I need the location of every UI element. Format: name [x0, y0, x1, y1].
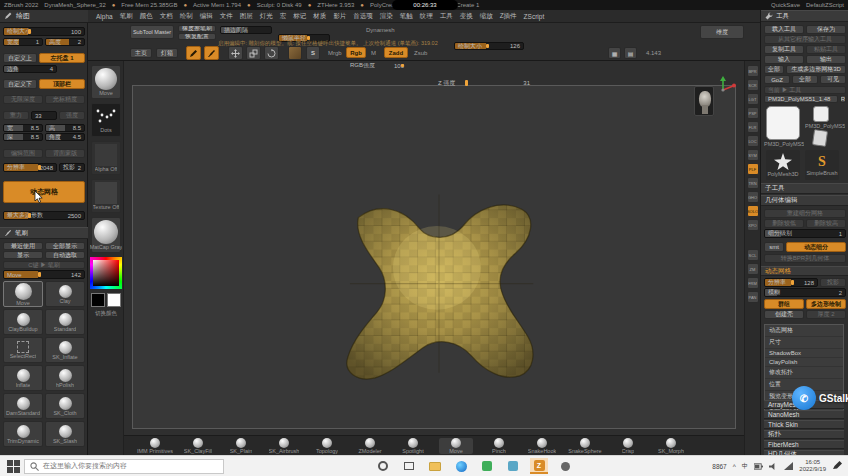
subtool-master-button[interactable]: SubTool Master: [130, 25, 174, 39]
gravity-slider[interactable]: 33: [31, 111, 57, 120]
section-item[interactable]: ClayPolish: [765, 358, 843, 367]
eraser-brush-button[interactable]: 橡皮擦笔刷: [178, 25, 216, 32]
tray-brush[interactable]: SK_ClayFill: [181, 438, 215, 454]
draw-size-shelf-slider[interactable]: 绘制大小 126: [454, 42, 524, 50]
draw-size-slider[interactable]: 绘制大小 100: [3, 27, 85, 36]
menu-marker[interactable]: 标记: [293, 12, 306, 21]
menu-zscript[interactable]: ZScript: [524, 13, 545, 20]
menu-file[interactable]: 文件: [220, 12, 233, 21]
gravity-strength-button[interactable]: 强度: [59, 111, 85, 120]
tray-brush[interactable]: Spotlight: [396, 438, 430, 454]
tray-brush[interactable]: SK_Airbrush: [267, 438, 301, 454]
ime-indicator[interactable]: 中: [742, 462, 749, 471]
person-app-icon[interactable]: [556, 458, 574, 474]
edit-range-button[interactable]: 编辑范围: [3, 149, 43, 158]
brush-item[interactable]: ClayBuildup: [3, 309, 43, 335]
import-from-app-button[interactable]: 从其它程序输入工具: [764, 35, 846, 44]
lightbox-button[interactable]: 灯箱: [156, 48, 178, 58]
edge-browser-icon[interactable]: [452, 458, 470, 474]
groups-button[interactable]: 群组: [764, 299, 804, 309]
brush-item[interactable]: SK_Cloth: [45, 393, 85, 419]
cursor-precision-button[interactable]: 光标精度: [45, 95, 85, 104]
zsub-toggle[interactable]: Zsub: [414, 50, 427, 56]
goz-all-button[interactable]: 全部: [792, 75, 818, 84]
dynamesh-section-header[interactable]: 动态网格: [761, 266, 848, 276]
alpha-selector[interactable]: Alpha Off: [91, 141, 121, 175]
color-saturation-square[interactable]: [93, 260, 119, 286]
zoom-canvas-button[interactable]: ZM: [747, 263, 759, 275]
rotate-mode-button[interactable]: [264, 46, 279, 60]
task-view-icon[interactable]: [400, 458, 418, 474]
all-button[interactable]: 全部: [764, 65, 784, 74]
menu-light[interactable]: 灯光: [260, 12, 273, 21]
subpalette-topology[interactable]: 拓扑: [764, 430, 844, 439]
menu-document[interactable]: 文档: [160, 12, 173, 21]
reconstruct-subdiv-button[interactable]: 重建细分网格: [764, 209, 846, 218]
tray-brush[interactable]: Topology: [310, 438, 344, 454]
polyframe-button[interactable]: PLF: [747, 163, 759, 175]
section-item[interactable]: 修改拓扑: [765, 367, 843, 379]
pan-button[interactable]: PAN: [747, 291, 759, 303]
delete-higher-button[interactable]: 删除较高: [806, 219, 846, 228]
menu-preferences[interactable]: 首选项: [353, 12, 373, 21]
recent-tool-thumbnail[interactable]: [813, 106, 829, 122]
geometry-section-header[interactable]: 几何体编辑: [761, 195, 848, 206]
create-shell-button[interactable]: 创建壳: [764, 310, 804, 319]
rgb-toggle[interactable]: Rgb: [346, 47, 366, 58]
local-transform-button[interactable]: LOC: [747, 135, 759, 147]
active-tool-name[interactable]: PM3D_PolyMS51_1.48: [764, 95, 838, 103]
tray-brush[interactable]: Pinch: [482, 438, 516, 454]
layout-toggle-icon[interactable]: ▤: [624, 47, 637, 59]
copy-tool-button[interactable]: 复制工具: [764, 45, 804, 54]
switch-color-label[interactable]: 切换颜色: [90, 310, 122, 317]
delete-lower-button[interactable]: 删除较低: [764, 219, 804, 228]
scale-mode-button[interactable]: [246, 46, 261, 60]
left-tray-1-button[interactable]: 左托盘 1: [39, 53, 85, 63]
main-color-swatch[interactable]: [91, 293, 105, 307]
tray-brush[interactable]: ZModeler: [353, 438, 387, 454]
save-as-button[interactable]: 保存为: [806, 25, 846, 34]
recent-tool-thumbnail-2[interactable]: [812, 129, 828, 147]
perspective-button[interactable]: PSP: [747, 107, 759, 119]
dynamesh-resolution-slider[interactable]: 分辨率 128: [764, 278, 818, 287]
brush-item[interactable]: hPolish: [45, 365, 85, 391]
menu-edit[interactable]: 编辑: [200, 12, 213, 21]
paste-tool-button[interactable]: 粘贴工具: [806, 45, 846, 54]
file-explorer-icon[interactable]: [426, 458, 444, 474]
menu-brush[interactable]: 笔刷: [120, 12, 133, 21]
import-button[interactable]: 输入: [764, 55, 804, 64]
menu-zplugin[interactable]: Z插件: [500, 12, 517, 21]
thickness-button[interactable]: 厚度 2: [806, 310, 846, 319]
smt-button[interactable]: smt: [764, 242, 784, 252]
menu-material[interactable]: 材质: [313, 12, 326, 21]
menu-zoom[interactable]: 缩放: [480, 12, 493, 21]
color-picker[interactable]: [90, 257, 122, 289]
blur-slider[interactable]: 模糊 2: [764, 288, 846, 297]
axis-gizmo[interactable]: [710, 76, 736, 102]
show-brushes-button[interactable]: 显示: [3, 251, 43, 259]
xpose-button[interactable]: XPO: [747, 219, 759, 231]
recent-brushes-button[interactable]: 最近使用: [3, 242, 43, 250]
mini-slider-height[interactable]: 高 8.5: [45, 124, 85, 132]
polymesh3d-tool[interactable]: PolyMesh3D: [766, 150, 800, 180]
goz-visible-button[interactable]: 可见: [820, 75, 846, 84]
menu-transform[interactable]: 变换: [460, 12, 473, 21]
material-selector[interactable]: MatCap Gray: [91, 217, 121, 253]
polypaint-button[interactable]: 多边形绘制: [806, 299, 846, 309]
brush-palette-header[interactable]: 笔刷: [0, 227, 88, 239]
dynamic-subdiv-button[interactable]: 动态细分: [786, 242, 846, 252]
edit-mode-button[interactable]: [186, 46, 201, 60]
brush-item[interactable]: SelectRect: [3, 337, 43, 363]
brush-item[interactable]: DamStandard: [3, 393, 43, 419]
brush-item[interactable]: Clay: [45, 281, 85, 307]
dimension-button[interactable]: 维度: [700, 25, 744, 39]
active-tool-thumbnail[interactable]: [766, 106, 800, 140]
tool-palette-header[interactable]: 工具: [761, 10, 848, 22]
green-app-icon[interactable]: [478, 458, 496, 474]
goz-button[interactable]: GoZ: [764, 75, 790, 84]
transparency-button[interactable]: TRN: [747, 177, 759, 189]
menu-texture[interactable]: 纹理: [420, 12, 433, 21]
brush-item[interactable]: SK_Inflate: [45, 337, 85, 363]
tray-chevron-icon[interactable]: ^: [733, 463, 736, 470]
section-item[interactable]: 动态网格: [765, 325, 843, 337]
